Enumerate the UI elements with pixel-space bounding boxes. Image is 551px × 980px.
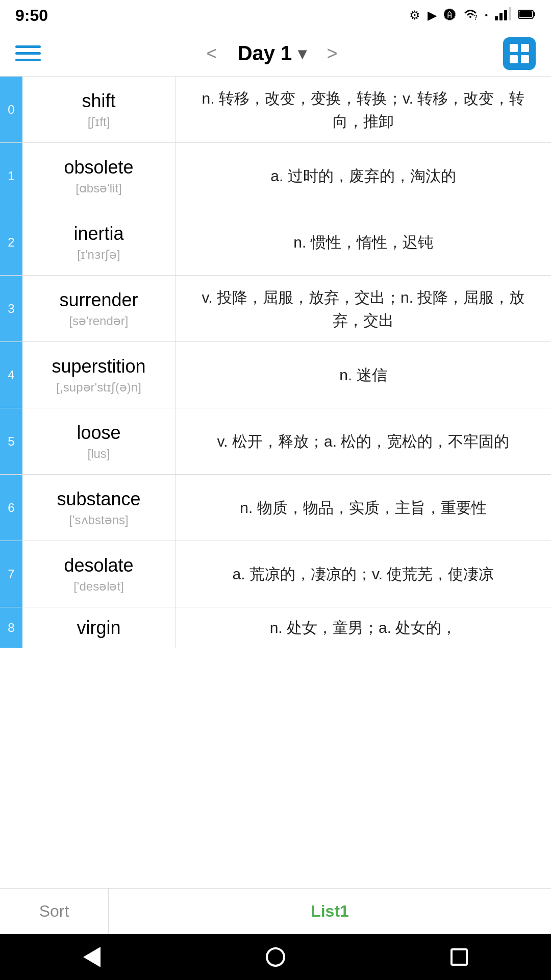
gear-icon: ⚙ [409,8,420,22]
signal-icon [495,7,511,23]
row-index: 5 [0,408,22,474]
dot-icon: • [485,11,488,20]
word-phonetic: [ˌsupər'stɪʃ(ə)n] [56,380,141,395]
row-word: obsolete [ɑbsə'lit] [22,143,176,209]
word-row[interactable]: 1 obsolete [ɑbsə'lit] a. 过时的，废弃的，淘汰的 [0,143,551,209]
row-index: 6 [0,475,22,541]
play-icon: ▶ [428,8,437,22]
svg-rect-1 [495,16,498,20]
row-definition: n. 处女，童男；a. 处女的， [176,607,551,648]
row-word: surrender [sə'rendər] [22,276,176,341]
row-word: substance ['sʌbstəns] [22,475,176,541]
hamburger-menu-button[interactable] [15,45,41,61]
row-index: 7 [0,541,22,607]
nav-bar: < Day 1 ▾ > [0,31,551,77]
word-row[interactable]: 3 surrender [sə'rendər] v. 投降，屈服，放弃，交出；n… [0,276,551,342]
list1-tab-label: List1 [311,902,349,921]
bottom-tab-bar: Sort List1 [0,888,551,934]
home-icon [266,947,285,967]
word-row[interactable]: 5 loose [lus] v. 松开，释放；a. 松的，宽松的，不牢固的 [0,408,551,475]
word-english: shift [82,90,115,112]
list1-tab[interactable]: List1 [109,889,551,934]
word-phonetic: [sə'rendər] [69,314,129,328]
android-nav-bar [0,934,551,980]
row-definition: n. 转移，改变，变换，转换；v. 转移，改变，转向，推卸 [176,77,551,142]
word-english: substance [57,488,140,510]
row-definition: n. 惯性，惰性，迟钝 [176,209,551,275]
day-dropdown-icon: ▾ [298,44,306,63]
row-index: 3 [0,276,22,341]
row-word: loose [lus] [22,408,176,474]
word-row[interactable]: 7 desolate ['desələt] a. 荒凉的，凄凉的；v. 使荒芜，… [0,541,551,607]
status-bar: 9:50 ⚙ ▶ 🅐 ? • [0,0,551,31]
svg-rect-2 [499,13,503,20]
word-english: surrender [59,289,138,311]
sort-tab-label: Sort [39,902,69,921]
word-row[interactable]: 0 shift [ʃɪft] n. 转移，改变，变换，转换；v. 转移，改变，转… [0,77,551,143]
svg-rect-6 [533,12,535,16]
row-definition: a. 荒凉的，凄凉的；v. 使荒芜，使凄凉 [176,541,551,607]
back-icon [83,947,101,967]
status-time: 9:50 [15,6,48,25]
row-word: virgin [22,607,176,648]
svg-rect-8 [510,44,518,52]
row-index: 8 [0,607,22,648]
svg-rect-9 [521,44,529,52]
row-definition: n. 迷信 [176,342,551,408]
row-index: 2 [0,209,22,275]
svg-text:?: ? [473,13,478,20]
word-english: obsolete [64,157,133,178]
row-definition: v. 松开，释放；a. 松的，宽松的，不牢固的 [176,408,551,474]
recents-button[interactable] [444,942,474,972]
word-phonetic: [lus] [87,447,110,461]
row-word: desolate ['desələt] [22,541,176,607]
row-definition: n. 物质，物品，实质，主旨，重要性 [176,475,551,541]
row-word: inertia [ɪ'nɜrʃə] [22,209,176,275]
row-word: superstition [ˌsupər'stɪʃ(ə)n] [22,342,176,408]
prev-day-button[interactable]: < [202,40,222,67]
row-word: shift [ʃɪft] [22,77,176,142]
row-index: 4 [0,342,22,408]
word-english: desolate [64,555,133,576]
word-row[interactable]: 2 inertia [ɪ'nɜrʃə] n. 惯性，惰性，迟钝 [0,209,551,276]
word-phonetic: [ɪ'nɜrʃə] [77,248,120,262]
word-row[interactable]: 6 substance ['sʌbstəns] n. 物质，物品，实质，主旨，重… [0,475,551,541]
word-phonetic: ['sʌbstəns] [69,513,128,527]
sort-tab[interactable]: Sort [0,889,109,934]
nav-center: < Day 1 ▾ > [202,40,343,67]
wifi-icon: ? [463,8,478,23]
next-day-button[interactable]: > [321,40,342,67]
word-phonetic: [ɑbsə'lit] [76,181,122,195]
status-icons: ⚙ ▶ 🅐 ? • [409,7,536,23]
back-button[interactable] [77,942,107,972]
word-english: loose [77,422,120,444]
word-english: superstition [52,356,145,377]
word-list: 0 shift [ʃɪft] n. 转移，改变，变换，转换；v. 转移，改变，转… [0,77,551,888]
word-phonetic: ['desələt] [73,579,124,594]
battery-icon [518,8,536,22]
grid-view-button[interactable] [503,37,536,70]
word-phonetic: [ʃɪft] [88,115,110,129]
row-index: 1 [0,143,22,209]
word-row[interactable]: 8 virgin n. 处女，童男；a. 处女的， [0,607,551,648]
word-row[interactable]: 4 superstition [ˌsupər'stɪʃ(ə)n] n. 迷信 [0,342,551,408]
row-definition: a. 过时的，废弃的，淘汰的 [176,143,551,209]
day-title[interactable]: Day 1 ▾ [238,42,307,65]
word-english: inertia [73,223,123,244]
row-index: 0 [0,77,22,142]
svg-rect-10 [510,55,518,63]
word-english: virgin [77,617,120,639]
svg-rect-4 [509,7,511,20]
home-button[interactable] [260,942,291,972]
row-definition: v. 投降，屈服，放弃，交出；n. 投降，屈服，放弃，交出 [176,276,551,341]
svg-rect-11 [521,55,529,63]
svg-rect-7 [519,11,532,17]
a-icon: 🅐 [444,8,456,22]
svg-rect-3 [504,10,507,20]
recents-icon [450,948,468,966]
